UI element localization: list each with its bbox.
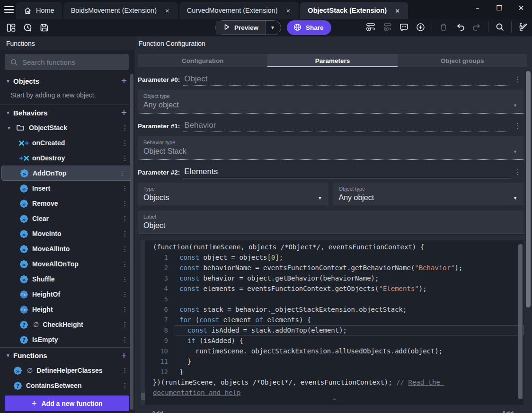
functions-section-header[interactable]: ▼ Functions + xyxy=(0,348,134,363)
sidebar-item-definehelperclasses[interactable]: »∅DefineHelperClasses ⋮ xyxy=(0,363,134,378)
titlebar-tab-home[interactable]: Home xyxy=(16,2,62,19)
edit-extension-icon[interactable] xyxy=(518,22,528,32)
tab-close-icon[interactable]: × xyxy=(394,7,400,15)
parameter-name-field[interactable]: Elements xyxy=(184,167,218,176)
kebab-menu-icon[interactable]: ⋮ xyxy=(117,169,127,177)
window-controls: – ☐ ✕ xyxy=(467,0,532,16)
sidebar-item-moveallinto[interactable]: »MoveAllInto ⋮ xyxy=(0,241,134,256)
parameter-name-field[interactable]: Object xyxy=(184,74,207,83)
objects-section-header[interactable]: ▼ Objects + xyxy=(0,73,134,88)
main-menu-icon[interactable] xyxy=(0,1,16,18)
kebab-menu-icon[interactable]: ⋮ xyxy=(120,275,130,283)
line-number: 5 xyxy=(145,294,175,304)
field-type[interactable]: TypeObjects▼ xyxy=(138,183,328,206)
kebab-menu-icon[interactable]: ⋮ xyxy=(120,367,130,374)
sidebar-item-ondestroy[interactable]: onDestroy ⋮ xyxy=(0,150,134,166)
kebab-menu-icon[interactable]: ⋮ xyxy=(120,260,130,268)
titlebar-tab-objectstack[interactable]: ObjectStack (Extension)× xyxy=(300,2,408,19)
sidebar-item-addontop[interactable]: »AddOnTop ⋮ xyxy=(1,166,132,181)
preview-options-chevron-icon[interactable]: ▼ xyxy=(265,21,281,35)
undo-icon[interactable] xyxy=(455,22,465,32)
maximize-button[interactable]: ☐ xyxy=(488,4,510,12)
search-icon[interactable] xyxy=(495,22,505,32)
sidebar-item-containsbetween[interactable]: ?ContainsBetween ⋮ xyxy=(0,378,134,393)
javascript-code-editor[interactable]: (function(runtimeScene, objects /*Object… xyxy=(145,240,523,405)
history-icon[interactable] xyxy=(22,22,33,33)
tab-configuration[interactable]: Configuration xyxy=(138,54,267,67)
add-comment-icon[interactable] xyxy=(399,22,409,32)
sidebar-item-moveallontop[interactable]: »MoveAllOnTop ⋮ xyxy=(0,256,134,272)
preview-button[interactable]: Preview ▼ xyxy=(215,20,281,35)
kebab-menu-icon[interactable]: ⋮ xyxy=(120,230,130,237)
gear-action-icon: » xyxy=(18,228,29,239)
sidebar-item-insert[interactable]: »Insert ⋮ xyxy=(0,181,134,196)
sidebar-item-clear[interactable]: »Clear ⋮ xyxy=(0,211,134,226)
save-icon[interactable] xyxy=(39,22,49,33)
sidebar-item-oncreated[interactable]: onCreated ⋮ xyxy=(0,135,134,150)
line-number: 11 xyxy=(145,356,175,367)
sidebar-item-shuffle[interactable]: »Shuffle ⋮ xyxy=(0,272,134,287)
behavior-group-objectstack[interactable]: ▼ ObjectStack ⋮ xyxy=(0,120,134,135)
collapse-arrow-icon: ▼ xyxy=(6,353,13,358)
add-circle-icon[interactable] xyxy=(415,22,426,32)
add-event-icon[interactable] xyxy=(365,22,376,32)
search-functions-input[interactable] xyxy=(22,58,117,66)
sidebar-item-heightof[interactable]: f(x)HeightOf ⋮ xyxy=(0,287,134,302)
panels-layout-icon[interactable] xyxy=(6,22,16,33)
kebab-menu-icon[interactable]: ⋮ xyxy=(120,382,130,389)
title-tabs: HomeBoidsMovement (Extension)×CurvedMove… xyxy=(16,2,408,19)
kebab-menu-icon[interactable]: ⋮ xyxy=(120,200,130,207)
sidebar-scrollbar[interactable] xyxy=(130,74,133,410)
editor-collapse-caret[interactable]: ^ xyxy=(145,398,523,404)
sidebar-item-isempty[interactable]: ?IsEmpty ⋮ xyxy=(0,332,134,347)
kebab-menu-icon[interactable]: ⋮ xyxy=(120,290,130,298)
add-object-button[interactable]: + xyxy=(119,76,129,86)
tab-close-icon[interactable]: × xyxy=(164,7,170,15)
add-new-function-button[interactable]: + Add a new function xyxy=(5,395,129,411)
field-object-type[interactable]: Object typeAny object▼ xyxy=(333,183,524,206)
parameter-kebab-menu-icon[interactable]: ⋮ xyxy=(511,168,523,178)
add-free-function-button[interactable]: + xyxy=(119,351,129,360)
field-label[interactable]: LabelObject xyxy=(138,211,523,234)
titlebar-tab-boidsmovement[interactable]: BoidsMovement (Extension)× xyxy=(63,2,178,19)
parameter-kebab-menu-icon[interactable]: ⋮ xyxy=(511,122,523,132)
behaviors-section-header[interactable]: ▼ Behaviors + xyxy=(0,105,134,120)
kebab-menu-icon[interactable]: ⋮ xyxy=(120,321,130,328)
sidebar-item-checkheight[interactable]: ?∅CheckHeight ⋮ xyxy=(0,317,134,332)
parameters-list: Parameter #0: Object ⋮Object typeAny obj… xyxy=(134,74,532,234)
tab-parameters[interactable]: Parameters xyxy=(267,54,397,67)
share-button[interactable]: Share xyxy=(287,20,332,35)
close-button[interactable]: ✕ xyxy=(510,4,532,12)
sidebar-item-moveinto[interactable]: »MoveInto ⋮ xyxy=(0,226,134,241)
kebab-menu-icon[interactable]: ⋮ xyxy=(120,215,130,222)
add-subevent-icon xyxy=(382,22,392,32)
kebab-menu-icon[interactable]: ⋮ xyxy=(120,124,130,132)
kebab-menu-icon[interactable]: ⋮ xyxy=(120,306,130,313)
parameter-name-field[interactable]: Behavior xyxy=(184,121,216,130)
kebab-menu-icon[interactable]: ⋮ xyxy=(120,154,130,162)
svg-text:»: » xyxy=(22,261,26,268)
sidebar-item-remove[interactable]: »Remove ⋮ xyxy=(0,196,134,211)
search-functions-box[interactable] xyxy=(5,54,129,70)
kebab-menu-icon[interactable]: ⋮ xyxy=(120,336,130,343)
folder-icon xyxy=(15,123,26,133)
config-tabs: ConfigurationParametersObject groups xyxy=(138,54,527,67)
line-number: 8 xyxy=(145,325,175,335)
code-line: 8 const isAdded = stack.addOnTop(element… xyxy=(145,325,523,335)
main-panel-scrollbar[interactable] xyxy=(526,71,531,308)
gear-action-icon: » xyxy=(18,183,29,193)
parameter-block: Parameter #1: Behavior ⋮Behavior typeObj… xyxy=(138,121,523,160)
tab-close-icon[interactable]: × xyxy=(285,7,292,15)
titlebar-tab-curvedmovement[interactable]: CurvedMovement (Extension)× xyxy=(179,2,299,19)
parameter-kebab-menu-icon[interactable]: ⋮ xyxy=(511,75,523,86)
kebab-menu-icon[interactable]: ⋮ xyxy=(120,139,130,147)
minimize-button[interactable]: – xyxy=(467,4,488,12)
add-behavior-button[interactable]: + xyxy=(119,108,129,117)
behavior-items: onCreated ⋮onDestroy ⋮ »AddOnTop ⋮ »Inse… xyxy=(0,135,134,347)
code-editor-scrollbar[interactable] xyxy=(518,244,523,399)
tab-object-groups[interactable]: Object groups xyxy=(398,54,527,67)
sidebar-item-height[interactable]: f(x)Height ⋮ xyxy=(0,302,134,317)
search-icon xyxy=(10,58,18,66)
kebab-menu-icon[interactable]: ⋮ xyxy=(120,245,130,253)
kebab-menu-icon[interactable]: ⋮ xyxy=(120,185,130,192)
